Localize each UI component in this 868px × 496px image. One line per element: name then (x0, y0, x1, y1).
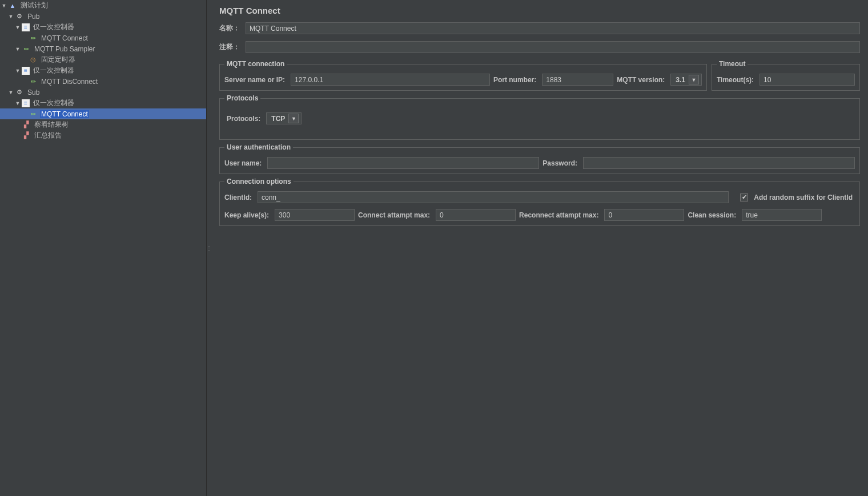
protocols-fieldset: Protocols Protocols: TCP ▼ (219, 94, 860, 140)
tree-label: MQTT Pub Sampler (33, 45, 96, 53)
splitter-handle[interactable]: ⋮ (207, 0, 211, 496)
timeout-fieldset: Timeout Timeout(s): (712, 60, 860, 91)
report-icon: ▞ (22, 131, 31, 140)
timeout-legend: Timeout (717, 60, 748, 68)
timeout-label: Timeout(s): (717, 76, 756, 84)
tree-node-mqtt-connect[interactable]: ✎ MQTT Connect (0, 33, 206, 43)
keepalive-input[interactable] (275, 209, 355, 221)
mqtt-connection-fieldset: MQTT connection Server name or IP: Port … (219, 60, 707, 91)
comment-label: 注释： (219, 42, 242, 52)
server-input[interactable] (291, 74, 490, 86)
report-icon: ▞ (22, 120, 31, 130)
toggle-icon[interactable]: ▼ (15, 25, 21, 30)
clean-session-label: Clean session: (688, 211, 738, 219)
tree-label: 仅一次控制器 (32, 22, 75, 32)
clientid-label: ClientId: (224, 193, 254, 201)
comment-input[interactable] (246, 41, 860, 53)
protocols-select[interactable]: TCP ▼ (266, 112, 302, 124)
sampler-icon: ✎ (27, 107, 40, 120)
clientid-input[interactable] (258, 191, 729, 203)
sampler-icon: ✎ (27, 31, 40, 45)
user-auth-legend: User authentication (224, 143, 293, 151)
username-input[interactable] (267, 157, 539, 169)
tree-node-mqtt-connect-selected[interactable]: ✎ MQTT Connect (0, 108, 206, 119)
protocols-label: Protocols: (227, 115, 263, 123)
password-input[interactable] (583, 157, 855, 169)
chevron-down-icon: ▼ (689, 75, 699, 84)
tree-sidebar: ▼ ▲ 测试计划 ▼ ⚙ Pub ▼ ≡ 仅一次控制器 ✎ MQTT Conne… (0, 0, 207, 496)
tree-label: MQTT DisConnect (40, 78, 99, 86)
tree-node-mqtt-disconnect[interactable]: ✎ MQTT DisConnect (0, 76, 206, 87)
tree-label: 汇总报告 (33, 131, 63, 140)
reconnect-attempt-label: Reconnect attampt max: (519, 211, 601, 219)
tree-node-view-results[interactable]: ▞ 察看结果树 (0, 119, 206, 130)
gear-icon: ⚙ (15, 88, 24, 97)
username-label: User name: (224, 159, 264, 167)
main-panel: MQTT Connect 名称： 注释： MQTT connection Ser… (211, 0, 868, 496)
tree-label: Sub (26, 88, 41, 96)
tree-node-fixed-timer[interactable]: ◷ 固定定时器 (0, 54, 206, 65)
tree-label: 仅一次控制器 (32, 98, 75, 108)
tree-label: MQTT Connect (40, 110, 89, 118)
password-label: Password: (542, 159, 580, 167)
connection-options-legend: Connection options (224, 178, 294, 186)
port-label: Port number: (493, 76, 539, 84)
timer-icon: ◷ (29, 55, 38, 64)
controller-icon: ≡ (22, 23, 30, 31)
connect-attempt-input[interactable] (436, 209, 516, 221)
tree-label: Pub (26, 13, 41, 21)
comment-row: 注释： (219, 41, 860, 53)
chevron-down-icon: ▼ (288, 114, 299, 123)
port-input[interactable] (542, 74, 613, 86)
tree-node-summary[interactable]: ▞ 汇总报告 (0, 130, 206, 141)
mqtt-version-select[interactable]: 3.1 ▼ (670, 74, 702, 86)
toggle-icon[interactable]: ▼ (8, 90, 14, 95)
controller-icon: ≡ (22, 99, 30, 107)
tree-label: 测试计划 (19, 1, 49, 10)
protocols-legend: Protocols (224, 94, 260, 102)
name-input[interactable] (246, 22, 860, 34)
page-title: MQTT Connect (219, 6, 860, 15)
mqtt-connection-legend: MQTT connection (224, 60, 287, 68)
protocols-value: TCP (271, 115, 285, 123)
toggle-icon[interactable]: ▼ (15, 68, 21, 74)
tree-node-pub[interactable]: ▼ ⚙ Pub (0, 11, 206, 22)
name-label: 名称： (219, 23, 242, 33)
toggle-icon[interactable]: ▼ (8, 14, 14, 19)
reconnect-attempt-input[interactable] (604, 209, 684, 221)
random-suffix-label: Add random suffix for ClientId (754, 193, 855, 201)
tree-label: MQTT Connect (40, 34, 89, 42)
controller-icon: ≡ (22, 67, 30, 75)
name-row: 名称： (219, 22, 860, 34)
tree-label: 仅一次控制器 (32, 66, 75, 75)
user-auth-fieldset: User authentication User name: Password: (219, 143, 860, 174)
mqtt-version-value: 3.1 (676, 76, 685, 84)
tree-node-once-controller[interactable]: ▼ ≡ 仅一次控制器 (0, 65, 206, 76)
clean-session-input[interactable] (742, 209, 822, 221)
flask-icon: ▲ (8, 1, 17, 10)
toggle-icon[interactable]: ▼ (15, 100, 21, 106)
toggle-icon[interactable]: ▼ (1, 3, 7, 9)
tree-node-sub[interactable]: ▼ ⚙ Sub (0, 87, 206, 98)
gear-icon: ⚙ (15, 12, 24, 21)
version-label: MQTT version: (617, 76, 667, 84)
random-suffix-checkbox[interactable]: ✔ (740, 193, 748, 201)
sampler-icon: ✎ (27, 75, 40, 88)
tree-node-once-controller[interactable]: ▼ ≡ 仅一次控制器 (0, 22, 206, 33)
connect-attempt-label: Connect attampt max: (358, 211, 432, 219)
connection-options-fieldset: Connection options ClientId: ✔ Add rando… (219, 178, 860, 226)
tree-node-test-plan[interactable]: ▼ ▲ 测试计划 (0, 0, 206, 11)
tree-node-once-controller[interactable]: ▼ ≡ 仅一次控制器 (0, 98, 206, 108)
tree-node-pub-sampler[interactable]: ▼ ✎ MQTT Pub Sampler (0, 43, 206, 54)
timeout-input[interactable] (760, 74, 855, 86)
sampler-icon: ✎ (20, 42, 33, 55)
tree-label: 固定定时器 (40, 55, 77, 64)
keepalive-label: Keep alive(s): (224, 211, 271, 219)
server-label: Server name or IP: (224, 76, 287, 84)
tree-label: 察看结果树 (33, 120, 70, 130)
